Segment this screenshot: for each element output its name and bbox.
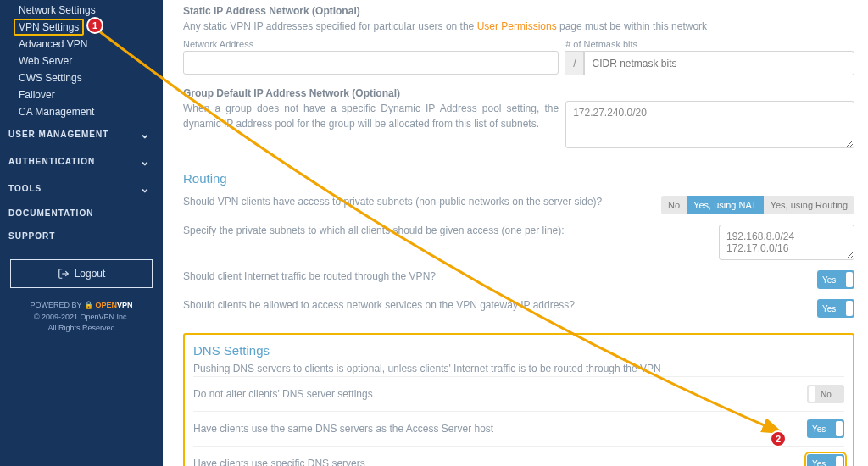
private-subnets-segmented[interactable]: No Yes, using NAT Yes, using Routing bbox=[661, 196, 854, 214]
private-subnets-textarea[interactable] bbox=[719, 225, 854, 260]
routing-q3: Should client Internet traffic be routed… bbox=[183, 270, 436, 282]
section-support[interactable]: SUPPORT bbox=[0, 225, 163, 247]
sidebar-item-failover[interactable]: Failover bbox=[19, 86, 163, 103]
sidebar-item-network-settings[interactable]: Network Settings bbox=[19, 2, 163, 19]
chevron-down-icon: ⌄ bbox=[140, 181, 151, 195]
dns-sub: Pushing DNS servers to clients is option… bbox=[193, 361, 844, 376]
chevron-down-icon: ⌄ bbox=[140, 154, 151, 168]
group-default-textarea[interactable] bbox=[565, 101, 854, 148]
section-authentication[interactable]: AUTHENTICATION⌄ bbox=[0, 147, 163, 175]
sidebar-item-advanced-vpn[interactable]: Advanced VPN bbox=[19, 36, 163, 53]
static-ip-heading: Static IP Address Network (Optional) bbox=[183, 5, 854, 17]
user-permissions-link[interactable]: User Permissions bbox=[477, 20, 557, 32]
routing-q4: Should clients be allowed to access netw… bbox=[183, 299, 575, 311]
nav-config: Network Settings VPN Settings Advanced V… bbox=[0, 0, 163, 120]
footer: POWERED BY 🔒 OPENVPN © 2009-2021 OpenVPN… bbox=[0, 300, 163, 335]
netmask-bits-label: # of Netmask bits bbox=[565, 39, 854, 49]
sidebar-item-vpn-settings[interactable]: VPN Settings bbox=[14, 19, 84, 36]
routing-q1: Should VPN clients have access to privat… bbox=[183, 196, 602, 208]
section-user-management[interactable]: USER MANAGEMENT⌄ bbox=[0, 120, 163, 147]
dns-opt-2-toggle[interactable]: Yes bbox=[807, 419, 844, 438]
slash-prefix: / bbox=[565, 51, 584, 75]
gateway-services-toggle[interactable]: Yes bbox=[817, 299, 854, 318]
seg-no[interactable]: No bbox=[661, 196, 687, 214]
sidebar-item-cws-settings[interactable]: CWS Settings bbox=[19, 69, 163, 86]
chevron-down-icon: ⌄ bbox=[140, 127, 151, 141]
main-panel: Static IP Address Network (Optional) Any… bbox=[163, 0, 868, 466]
netmask-bits-input[interactable] bbox=[584, 51, 854, 75]
group-default-heading: Group Default IP Address Network (Option… bbox=[183, 87, 854, 99]
annotation-badge-2: 2 bbox=[770, 430, 787, 447]
network-address-label: Network Address bbox=[183, 39, 559, 49]
routing-heading: Routing bbox=[183, 164, 854, 186]
static-ip-note: Any static VPN IP addresses specified fo… bbox=[183, 19, 854, 34]
logout-icon bbox=[58, 268, 70, 280]
dns-opt-3-toggle[interactable]: Yes bbox=[807, 454, 844, 466]
sidebar: Network Settings VPN Settings Advanced V… bbox=[0, 0, 163, 466]
routing-q2: Specify the private subnets to which all… bbox=[183, 225, 565, 236]
route-internet-toggle[interactable]: Yes bbox=[817, 270, 854, 289]
dns-opt-1: Do not alter clients' DNS server setting… bbox=[193, 388, 373, 400]
logout-button[interactable]: Logout bbox=[10, 259, 153, 288]
dns-settings-box: DNS Settings Pushing DNS servers to clie… bbox=[183, 333, 854, 466]
seg-nat[interactable]: Yes, using NAT bbox=[687, 196, 764, 214]
sidebar-item-web-server[interactable]: Web Server bbox=[19, 53, 163, 69]
sidebar-item-ca-management[interactable]: CA Management bbox=[19, 103, 163, 120]
dns-opt-3: Have clients use specific DNS servers bbox=[193, 458, 365, 466]
network-address-input[interactable] bbox=[183, 51, 559, 75]
section-documentation[interactable]: DOCUMENTATION bbox=[0, 202, 163, 225]
section-tools[interactable]: TOOLS⌄ bbox=[0, 175, 163, 202]
annotation-badge-1: 1 bbox=[86, 17, 103, 34]
dns-heading: DNS Settings bbox=[193, 343, 844, 358]
dns-opt-2: Have clients use the same DNS servers as… bbox=[193, 423, 493, 435]
dns-opt-1-toggle[interactable]: No bbox=[807, 385, 844, 403]
group-default-note: When a group does not have a specific Dy… bbox=[183, 101, 559, 131]
seg-routing[interactable]: Yes, using Routing bbox=[764, 196, 854, 214]
